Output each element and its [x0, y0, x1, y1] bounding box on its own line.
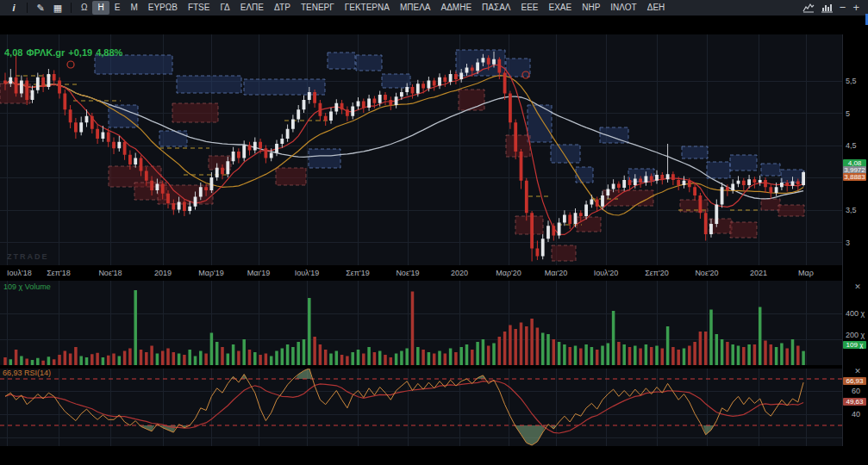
- line-chart-icon[interactable]: [802, 3, 815, 13]
- volume-bar: [91, 354, 94, 365]
- volume-bar: [530, 319, 534, 365]
- candle-body: [731, 184, 734, 191]
- symbol-button-ΠΑΣΑΛ[interactable]: ΠΑΣΑΛ: [477, 1, 515, 15]
- price-axis-label: 5: [846, 109, 850, 118]
- candle-body: [574, 213, 578, 224]
- timeframe-button-Ε[interactable]: Ε: [109, 1, 126, 15]
- layout-grid-icon[interactable]: ▦: [49, 1, 66, 15]
- symbol-button-ΜΠΕΛΑ[interactable]: ΜΠΕΛΑ: [395, 1, 436, 15]
- toolbar-divider: [71, 3, 72, 13]
- timeframe-button-Η[interactable]: Η: [92, 1, 109, 15]
- volume-bar: [237, 351, 240, 366]
- volume-pane-canvas[interactable]: [0, 281, 842, 365]
- price-pane-canvas[interactable]: [0, 34, 842, 265]
- symbol-button-FTSE[interactable]: FTSE: [183, 1, 215, 15]
- symbol-button-ΔΤΡ[interactable]: ΔΤΡ: [269, 1, 296, 15]
- draw-tool-icon[interactable]: ✎: [32, 1, 49, 15]
- volume-bar: [405, 349, 409, 366]
- candle-body: [530, 213, 534, 248]
- supply-zone: [506, 59, 530, 77]
- candle-body: [497, 59, 501, 73]
- candle-body: [128, 155, 132, 164]
- supply-zone: [730, 155, 757, 170]
- volume-bar: [449, 349, 453, 366]
- demand-zone: [709, 219, 732, 233]
- volume-bar: [58, 355, 61, 365]
- supply-zone: [177, 76, 241, 93]
- info-icon[interactable]: i: [5, 1, 22, 15]
- volume-bar: [102, 357, 105, 365]
- candle-body: [242, 146, 246, 158]
- symbol-button-ΕΕΕ[interactable]: ΕΕΕ: [516, 1, 544, 15]
- candle-body: [747, 179, 751, 185]
- candle-body: [596, 200, 599, 207]
- symbol-button-ΑΔΜΗΕ[interactable]: ΑΔΜΗΕ: [436, 1, 478, 15]
- volume-bar: [145, 352, 148, 365]
- volume-bar: [459, 347, 463, 365]
- candle-body: [79, 122, 83, 132]
- volume-bar: [140, 350, 143, 365]
- symbol-button-ΕΛΠΕ[interactable]: ΕΛΠΕ: [235, 1, 269, 15]
- volume-bar: [422, 350, 425, 365]
- candle-body: [324, 116, 328, 121]
- symbol-button-ΕΥΡΩΒ[interactable]: ΕΥΡΩΒ: [143, 1, 183, 15]
- supply-zone: [761, 164, 780, 176]
- volume-pane-label: 109 χ Volume: [3, 282, 51, 291]
- volume-bar: [721, 339, 724, 365]
- symbol-button-ΝΗΡ[interactable]: ΝΗΡ: [577, 1, 605, 15]
- volume-bar: [683, 349, 686, 366]
- timeframe-button-Ω[interactable]: Ω: [76, 1, 92, 15]
- candle-body: [329, 112, 333, 121]
- supply-zone: [356, 55, 382, 71]
- candle-body: [36, 78, 40, 90]
- symbol-button-ΤΕΝΕΡΓ[interactable]: ΤΕΝΕΡΓ: [296, 1, 340, 15]
- candle-body: [405, 87, 409, 92]
- volume-bar: [172, 352, 176, 365]
- symbol-button-ΓΕΚΤΕΡΝΑ[interactable]: ΓΕΚΤΕΡΝΑ: [340, 1, 395, 15]
- candle-body: [357, 102, 360, 107]
- candle-body: [63, 94, 66, 110]
- bar-chart-icon[interactable]: [821, 3, 833, 13]
- supply-zone: [95, 55, 172, 74]
- symbol-button-ΓΔ[interactable]: ΓΔ: [215, 1, 234, 15]
- volume-bar: [47, 356, 51, 365]
- candle-body: [210, 177, 214, 190]
- candle-body: [546, 226, 550, 239]
- candle-body: [140, 158, 143, 171]
- ticker-change: +0,19: [68, 47, 92, 58]
- volume-bar: [107, 356, 110, 365]
- rsi-pane-label: 66,93 RSI(14): [3, 369, 51, 377]
- volume-bar: [677, 350, 680, 365]
- demand-zone: [276, 168, 306, 185]
- candle-body: [286, 129, 290, 139]
- volume-bar: [41, 361, 45, 365]
- symbol-button-ΔΕΗ[interactable]: ΔΕΗ: [642, 1, 671, 15]
- volume-bar: [482, 339, 485, 365]
- zoom-in-button[interactable]: +: [852, 2, 859, 14]
- time-axis-label: Μαι'19: [247, 269, 270, 277]
- volume-pane-close-icon[interactable]: ✕: [852, 282, 863, 292]
- candle-body: [91, 116, 94, 129]
- candle-body: [253, 142, 257, 151]
- rsi-pane-canvas[interactable]: [0, 369, 842, 446]
- candle-body: [617, 184, 621, 189]
- volume-bar: [715, 334, 719, 365]
- volume-bar: [471, 350, 474, 365]
- zoom-out-button[interactable]: −: [840, 2, 846, 14]
- volume-bar: [553, 339, 556, 365]
- volume-bar: [25, 359, 28, 366]
- time-axis[interactable]: Ιουλ'18Σεπ'18Νοε'182019Μαρ'19Μαι'19Ιουλ'…: [0, 265, 868, 281]
- candle-body: [422, 84, 425, 88]
- candle-body: [221, 168, 224, 175]
- candle-body: [400, 92, 403, 96]
- volume-bar: [764, 341, 767, 366]
- symbol-button-ΙΝΛΟΤ[interactable]: ΙΝΛΟΤ: [605, 1, 641, 15]
- candle-body: [471, 68, 474, 71]
- candle-body: [721, 187, 724, 204]
- candle-body: [541, 239, 545, 256]
- rsi-pane-close-icon[interactable]: ✕: [852, 366, 863, 376]
- candle-body: [780, 183, 784, 187]
- timeframe-button-Μ[interactable]: Μ: [125, 1, 142, 15]
- symbol-button-ΕΧΑΕ[interactable]: ΕΧΑΕ: [544, 1, 578, 15]
- price-axis-label: 3,5: [846, 206, 857, 214]
